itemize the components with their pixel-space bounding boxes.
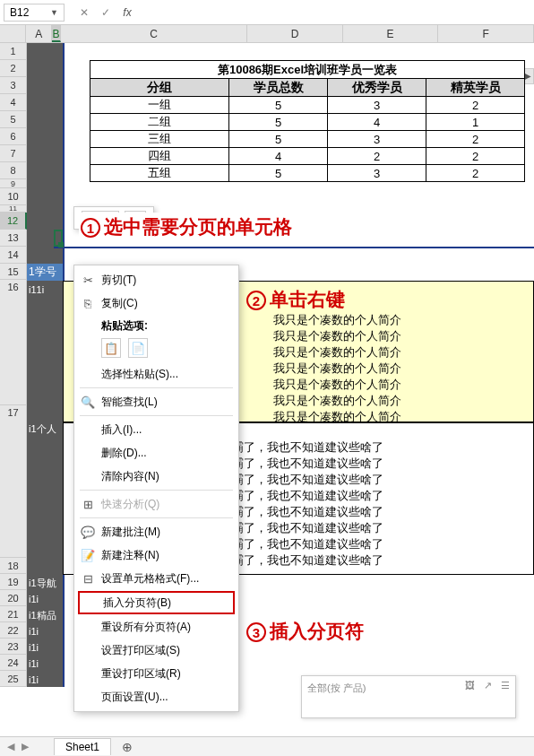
search-icon: 🔍 [80,395,96,409]
table-cell[interactable]: 2 [426,97,525,114]
row-header[interactable]: 24 [0,655,27,671]
row-header[interactable]: 11 [0,205,27,213]
table-cell[interactable]: 一组 [90,97,229,114]
menu-new-comment[interactable]: 💬新建批注(M) [74,520,238,543]
fx-icon[interactable]: fx [118,6,136,19]
menu-reset-breaks[interactable]: 重设所有分页符(A) [74,615,238,639]
paste-icon-1[interactable]: 📋 [101,338,121,358]
row-header[interactable]: 5 [0,111,27,128]
row-header[interactable]: 6 [0,128,27,145]
row-header[interactable]: 25 [0,671,27,687]
col-header-E[interactable]: E [343,25,439,42]
table-cell[interactable]: 三组 [90,131,229,148]
row-headers: 1 2 3 4 5 6 7 8 9 10 11 12 13 14 15 16 1… [0,43,27,687]
table-cell[interactable]: 3 [328,165,426,182]
row15-label: i11i [27,282,63,298]
row-label: i1i [27,591,63,607]
menu-reset-print[interactable]: 重设打印区域(R) [74,662,238,685]
row-header[interactable]: 17 [0,405,27,558]
row-header[interactable]: 13 [0,230,27,247]
table-cell[interactable]: 4 [328,114,426,131]
row-header[interactable]: 22 [0,622,27,639]
table-cell[interactable]: 2 [426,148,525,165]
row-header[interactable]: 8 [0,162,27,179]
menu-icon[interactable]: ☰ [501,680,510,691]
annotation-1: 1选中需要分页的单元格 [79,213,294,241]
intro-line: 我只是个凑数的个人简介 [273,328,401,344]
table-cell[interactable]: 5 [229,131,328,148]
menu-new-note[interactable]: 📝新建注释(N) [74,543,238,567]
table-cell[interactable]: 5 [229,114,328,131]
row-header[interactable]: 18 [0,558,27,574]
image-icon[interactable]: 🖼 [465,680,475,691]
tab-next-icon[interactable]: ▶ [22,741,29,752]
table-cell[interactable]: 3 [328,97,426,114]
menu-cut[interactable]: ✂剪切(T) [74,268,238,291]
col-header-D[interactable]: D [247,25,343,42]
row-header[interactable]: 4 [0,94,27,111]
cancel-icon[interactable]: ✕ [75,6,93,19]
col-header-A[interactable]: A [26,25,52,42]
table-cell[interactable]: 1 [426,114,525,131]
table-cell[interactable]: 二组 [90,114,229,131]
intro-line: 我只是个凑数的个人简介 [273,393,401,409]
col-header-B[interactable]: B [52,25,61,42]
row-header[interactable]: 21 [0,606,27,622]
menu-copy[interactable]: ⎘复制(C) [74,291,238,315]
row-header[interactable]: 1 [0,43,27,60]
menu-page-break[interactable]: 插入分页符(B) [78,591,235,614]
row-header[interactable]: 23 [0,639,27,655]
table-title: 第10086期Excel培训班学员一览表 [90,61,525,79]
row-label: i1精品 [27,607,63,623]
table-cell[interactable]: 5 [229,97,328,114]
formula-bar: B12 ▼ ✕ ✓ fx [0,0,534,25]
row-header[interactable]: 16 [0,280,27,405]
menu-format-cells[interactable]: ⊟设置单元格格式(F)... [74,567,238,590]
row-label: i1i [27,672,63,688]
row-header[interactable]: 9 [0,179,27,188]
row-header[interactable]: 14 [0,247,27,264]
page-break-line [54,247,534,248]
add-sheet-icon[interactable]: ⊕ [115,738,140,756]
table-cell[interactable]: 2 [426,131,525,148]
row-header[interactable]: 10 [0,188,27,205]
tab-prev-icon[interactable]: ◀ [7,741,14,752]
col-header-F[interactable]: F [438,25,534,42]
row-label: i1i [27,639,63,656]
table-cell[interactable]: 4 [229,148,328,165]
menu-page-setup[interactable]: 页面设置(U)... [74,685,238,708]
floating-panel[interactable]: 全部(按 产品) 🖼 ↗ ☰ [301,675,516,718]
select-all-corner[interactable] [0,25,26,42]
menu-insert[interactable]: 插入(I)... [74,418,238,441]
table-cell[interactable]: 五组 [90,165,229,182]
row-header[interactable]: 2 [0,60,27,77]
col-header-C[interactable]: C [61,25,247,42]
row-header[interactable]: 15 [0,264,27,280]
row-header[interactable]: 19 [0,574,27,590]
float-panel-text: 全部(按 产品) [307,682,366,693]
menu-paste-special[interactable]: 选择性粘贴(S)... [74,362,238,386]
confirm-icon[interactable]: ✓ [97,6,115,19]
menu-delete[interactable]: 删除(D)... [74,441,238,465]
name-box[interactable]: B12 ▼ [4,4,65,22]
row-label: i1i [27,688,63,704]
row-label: i1i [27,656,63,672]
table-cell[interactable]: 3 [328,131,426,148]
menu-clear[interactable]: 清除内容(N) [74,465,238,488]
paste-icon-2[interactable]: 📄 [128,338,148,358]
row-header[interactable]: 7 [0,145,27,162]
table-cell[interactable]: 5 [229,165,328,182]
table-cell[interactable]: 四组 [90,148,229,165]
menu-print-area[interactable]: 设置打印区域(S) [74,639,238,662]
share-icon[interactable]: ↗ [484,680,492,691]
sheet-tab-1[interactable]: Sheet1 [54,738,111,755]
chevron-down-icon[interactable]: ▼ [50,8,58,17]
row-header[interactable]: 3 [0,77,27,94]
menu-smart-lookup[interactable]: 🔍智能查找(L) [74,390,238,413]
row-header[interactable]: 12 [0,213,27,230]
col-B-top [54,43,63,256]
table-cell[interactable]: 2 [328,148,426,165]
row-header[interactable]: 20 [0,590,27,606]
table-cell[interactable]: 2 [426,165,525,182]
annotation-2: 2单击右键 [246,287,345,312]
